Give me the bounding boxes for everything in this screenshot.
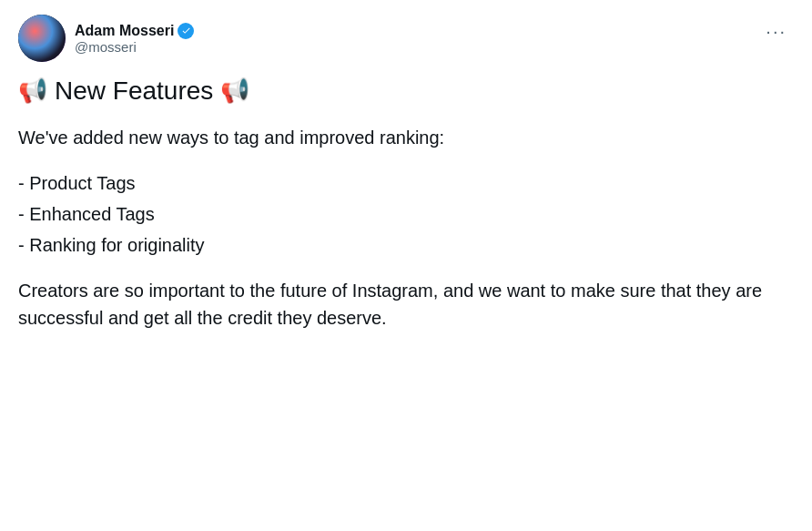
tweet-header: Adam Mosseri @mosseri ··· bbox=[18, 15, 794, 62]
megaphone-left-icon: 📢 bbox=[18, 76, 47, 107]
megaphone-right-icon: 📢 bbox=[220, 76, 249, 107]
list-item-1: - Product Tags bbox=[18, 168, 794, 199]
tweet-closing: Creators are so important to the future … bbox=[18, 277, 794, 332]
display-name-text: Adam Mosseri bbox=[75, 23, 174, 39]
tweet-body: 📢 New Features 📢 We've added new ways to… bbox=[18, 75, 794, 332]
tweet-header-left: Adam Mosseri @mosseri bbox=[18, 15, 194, 62]
list-item-2: - Enhanced Tags bbox=[18, 199, 794, 230]
username: @mosseri bbox=[75, 39, 194, 55]
avatar-image bbox=[18, 15, 66, 62]
heading-text: New Features bbox=[55, 75, 213, 107]
display-name: Adam Mosseri bbox=[75, 23, 194, 39]
verified-badge bbox=[178, 23, 194, 39]
more-options-button[interactable]: ··· bbox=[758, 18, 794, 44]
list-item-3: - Ranking for originality bbox=[18, 230, 794, 260]
tweet-list: - Product Tags - Enhanced Tags - Ranking… bbox=[18, 168, 794, 260]
tweet-card: Adam Mosseri @mosseri ··· 📢 New Features… bbox=[0, 0, 812, 531]
tweet-heading: 📢 New Features 📢 bbox=[18, 75, 794, 107]
avatar[interactable] bbox=[18, 15, 66, 62]
tweet-intro: We've added new ways to tag and improved… bbox=[18, 124, 794, 151]
user-info: Adam Mosseri @mosseri bbox=[75, 23, 194, 55]
